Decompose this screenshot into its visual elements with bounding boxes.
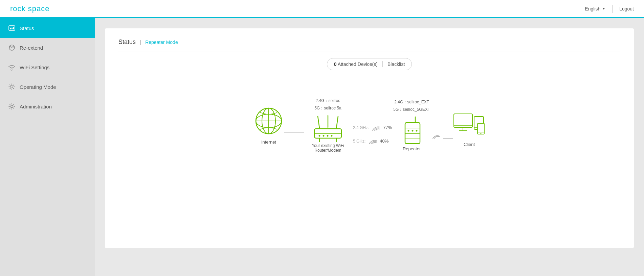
svg-rect-2 <box>10 28 11 29</box>
router-2g-prefix: 2.4G： <box>316 98 329 103</box>
page-title: Status <box>118 39 136 46</box>
connector-line-2 <box>443 138 453 139</box>
reextend-icon <box>8 44 16 51</box>
signal-2g-percent: 77% <box>383 125 392 130</box>
repeater-5g-ssid: seilroc_5GEXT <box>403 107 430 112</box>
svg-rect-41 <box>478 123 484 134</box>
repeater-5g-prefix: 5G： <box>393 107 403 112</box>
internet-icon <box>253 106 284 136</box>
sidebar-item-reextend[interactable]: Re-extend <box>0 38 95 57</box>
router-network-info: 2.4G：seilroc 5G：seilroc 5a <box>314 97 341 112</box>
svg-point-32 <box>412 130 413 132</box>
breadcrumb-mode: Repeater Mode <box>145 40 178 45</box>
repeater-2g-ssid: seilroc_EXT <box>407 100 429 104</box>
sidebar-item-label: Re-extend <box>20 45 43 51</box>
client-label: Client <box>464 142 475 147</box>
sidebar-item-status[interactable]: Status <box>0 18 95 38</box>
pill-divider <box>382 61 383 67</box>
header-divider <box>612 5 613 13</box>
connector-line-1 <box>284 132 304 133</box>
svg-rect-27 <box>405 123 420 144</box>
header-right: English ▼ Logout <box>585 5 634 13</box>
sidebar-item-label: WiFi Settings <box>20 65 49 70</box>
logo: rock space <box>10 4 49 13</box>
svg-point-33 <box>416 130 417 132</box>
router-section: 2.4G：seilroc 5G：seilroc 5a <box>304 97 352 153</box>
svg-point-43 <box>481 133 482 134</box>
signal-5g-arcs <box>368 138 378 145</box>
svg-point-8 <box>11 86 13 88</box>
signal-2g-arcs <box>371 124 381 131</box>
client-section: Client <box>453 113 485 147</box>
wifi-icon <box>8 64 16 71</box>
svg-line-17 <box>336 116 338 128</box>
svg-point-20 <box>318 135 320 137</box>
svg-line-15 <box>318 116 319 128</box>
sidebar: Status Re-extend <box>0 18 95 276</box>
repeater-section: 2.4G：seilroc_EXT 5G：seilroc_5GEXT <box>393 99 430 151</box>
svg-point-22 <box>327 135 328 137</box>
sidebar-item-label: Operating Mode <box>20 84 56 90</box>
layout: Status Re-extend <box>0 18 644 276</box>
repeater-right-arcs <box>431 131 442 143</box>
router-5g-ssid: seilroc 5a <box>324 106 341 110</box>
attached-count: 0 Attached Device(s) <box>334 61 378 67</box>
sidebar-item-operating-mode[interactable]: Operating Mode <box>0 77 95 97</box>
repeater-2g-prefix: 2.4G： <box>394 100 407 104</box>
network-diagram: Internet 2.4G：seilroc 5G：seilroc 5a <box>118 97 620 153</box>
repeater-label: Repeater <box>403 146 421 151</box>
internet-section: Internet <box>253 106 284 145</box>
status-icon <box>8 24 16 32</box>
sidebar-item-wifi-settings[interactable]: WiFi Settings <box>0 57 95 77</box>
device-count: 0 <box>334 61 337 67</box>
repeater-icon <box>400 116 424 146</box>
signal-5g-label: 5 GHz: <box>353 139 365 144</box>
repeater-network-info: 2.4G：seilroc_EXT 5G：seilroc_5GEXT <box>393 99 430 113</box>
page-title-bar: Status | Repeater Mode <box>118 39 620 51</box>
attached-label: Attached Device(s) <box>338 61 378 67</box>
admin-icon <box>8 103 16 110</box>
device-pill: 0 Attached Device(s) Blacklist <box>327 58 412 70</box>
router-icon <box>309 115 347 143</box>
svg-point-7 <box>12 70 12 71</box>
header: rock space English ▼ Logout <box>0 0 644 18</box>
router-label: Your existing WiFi Router/Modem <box>304 143 352 153</box>
breadcrumb-separator: | <box>140 39 141 45</box>
svg-point-21 <box>323 135 324 137</box>
language-selector[interactable]: English ▼ <box>585 6 605 11</box>
signal-2g-row: 2.4 GHz: 77% <box>353 124 392 131</box>
chevron-down-icon: ▼ <box>602 7 605 10</box>
sidebar-item-label: Administration <box>20 104 52 109</box>
svg-point-9 <box>11 105 13 108</box>
blacklist-link[interactable]: Blacklist <box>387 61 405 67</box>
signal-2g-label: 2.4 GHz: <box>353 125 369 130</box>
content-panel: Status | Repeater Mode 0 Attached Device… <box>105 28 634 248</box>
language-label: English <box>585 6 600 11</box>
sidebar-item-administration[interactable]: Administration <box>0 97 95 116</box>
svg-point-31 <box>407 130 409 132</box>
svg-point-23 <box>331 135 332 137</box>
svg-rect-4 <box>13 27 14 29</box>
internet-label: Internet <box>261 140 276 145</box>
signal-indicators: 2.4 GHz: 77% 5 GHz: <box>353 124 392 145</box>
client-icon <box>453 113 485 139</box>
signal-5g-percent: 40% <box>380 139 388 144</box>
svg-rect-3 <box>12 28 13 29</box>
svg-point-6 <box>12 47 13 48</box>
main-content: Status | Repeater Mode 0 Attached Device… <box>95 18 644 276</box>
logout-button[interactable]: Logout <box>619 6 634 11</box>
sidebar-item-label: Status <box>20 25 34 31</box>
router-2g-ssid: seilroc <box>329 98 340 103</box>
gear-icon <box>8 83 16 91</box>
router-5g-prefix: 5G： <box>314 106 324 110</box>
signal-5g-row: 5 GHz: 40% <box>353 138 392 145</box>
